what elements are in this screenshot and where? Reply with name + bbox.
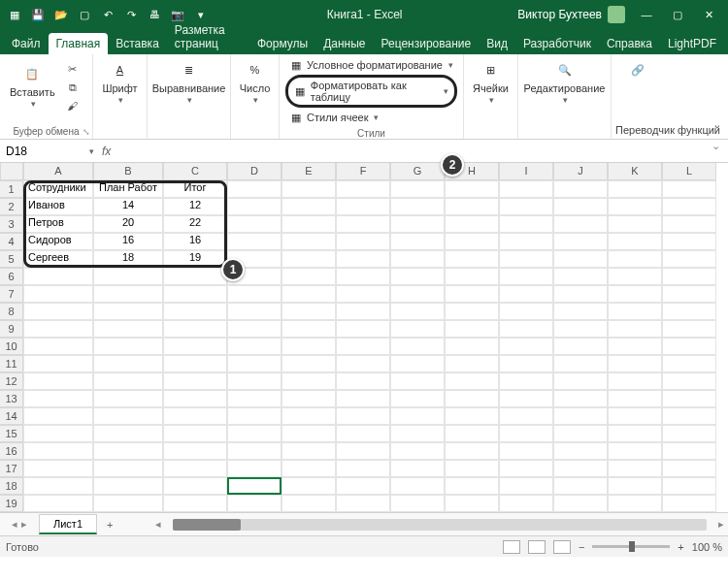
row-header[interactable]: 18 xyxy=(0,477,23,495)
cell[interactable] xyxy=(608,303,662,320)
column-header[interactable]: J xyxy=(553,163,608,180)
row-header[interactable]: 10 xyxy=(0,338,23,355)
cell[interactable] xyxy=(93,425,163,442)
cell[interactable] xyxy=(662,425,716,442)
cell[interactable] xyxy=(336,477,390,495)
cell[interactable] xyxy=(662,285,716,303)
cell[interactable] xyxy=(336,320,390,338)
print-icon[interactable]: 🖶 xyxy=(144,4,165,25)
cell[interactable] xyxy=(390,372,445,390)
cell[interactable] xyxy=(281,425,336,442)
select-all-corner[interactable] xyxy=(0,163,23,180)
cell[interactable] xyxy=(281,495,336,512)
cell[interactable] xyxy=(163,407,227,425)
cell[interactable] xyxy=(227,372,281,390)
cell[interactable] xyxy=(227,460,281,477)
cell[interactable] xyxy=(336,285,390,303)
cell[interactable] xyxy=(662,372,716,390)
cell[interactable] xyxy=(390,407,445,425)
cell[interactable] xyxy=(662,442,716,460)
cell[interactable]: Петров xyxy=(23,215,93,233)
cell[interactable] xyxy=(227,320,281,338)
worksheet-grid[interactable]: ABCDEFGHIJKL1СотрудникиПлан РаботИтог2Ив… xyxy=(0,163,728,512)
cell[interactable] xyxy=(93,268,163,285)
cell[interactable] xyxy=(608,355,662,372)
cell[interactable] xyxy=(281,215,336,233)
column-header[interactable]: B xyxy=(93,163,163,180)
cell[interactable] xyxy=(163,268,227,285)
cell[interactable] xyxy=(93,303,163,320)
cell[interactable] xyxy=(662,495,716,512)
scroll-right-icon[interactable]: ▸ xyxy=(714,518,728,531)
cell[interactable] xyxy=(445,390,499,407)
cell[interactable] xyxy=(23,477,93,495)
sheet-tab[interactable]: Лист1 xyxy=(39,514,97,534)
cell[interactable] xyxy=(608,495,662,512)
column-header[interactable]: K xyxy=(608,163,662,180)
cell[interactable] xyxy=(93,285,163,303)
conditional-formatting-button[interactable]: ▦ Условное форматирование▾ xyxy=(285,56,457,74)
cell[interactable] xyxy=(390,390,445,407)
cell[interactable] xyxy=(499,303,553,320)
undo-icon[interactable]: ↶ xyxy=(97,4,118,25)
cell[interactable]: Сотрудники xyxy=(23,180,93,198)
format-painter-icon[interactable]: 🖌 xyxy=(63,97,83,114)
collapse-ribbon-icon[interactable]: ⌄ xyxy=(711,140,720,152)
cell[interactable] xyxy=(445,495,499,512)
cell[interactable] xyxy=(281,233,336,250)
cell[interactable] xyxy=(499,372,553,390)
cell[interactable] xyxy=(93,390,163,407)
cell[interactable] xyxy=(163,460,227,477)
row-header[interactable]: 13 xyxy=(0,390,23,407)
cell[interactable] xyxy=(499,442,553,460)
cell[interactable] xyxy=(662,198,716,215)
cell[interactable] xyxy=(499,477,553,495)
cell[interactable] xyxy=(163,477,227,495)
cell[interactable] xyxy=(390,495,445,512)
cell[interactable] xyxy=(445,407,499,425)
cell[interactable] xyxy=(336,355,390,372)
cell[interactable] xyxy=(390,250,445,268)
cell[interactable]: Сидоров xyxy=(23,233,93,250)
cell[interactable] xyxy=(662,390,716,407)
cell[interactable] xyxy=(390,320,445,338)
cell[interactable] xyxy=(390,198,445,215)
cell[interactable] xyxy=(227,180,281,198)
cell[interactable] xyxy=(445,198,499,215)
redo-icon[interactable]: ↷ xyxy=(120,4,142,25)
cell[interactable] xyxy=(23,407,93,425)
cell[interactable] xyxy=(336,198,390,215)
cell[interactable] xyxy=(608,338,662,355)
tab-data[interactable]: Данные xyxy=(315,33,373,54)
cell[interactable]: Итог xyxy=(163,180,227,198)
font-button[interactable]: A Шрифт ▾ xyxy=(99,56,141,107)
editing-button[interactable]: 🔍 Редактирование ▾ xyxy=(524,56,605,107)
cell[interactable] xyxy=(445,320,499,338)
cell[interactable] xyxy=(608,215,662,233)
cell[interactable] xyxy=(227,303,281,320)
tab-layout[interactable]: Разметка страниц xyxy=(167,19,249,54)
cell[interactable] xyxy=(608,268,662,285)
cell[interactable] xyxy=(553,442,608,460)
cell[interactable] xyxy=(553,407,608,425)
zoom-slider[interactable] xyxy=(592,545,670,548)
cell[interactable] xyxy=(23,320,93,338)
cell[interactable] xyxy=(553,250,608,268)
cell[interactable] xyxy=(23,495,93,512)
cell[interactable] xyxy=(227,355,281,372)
cell[interactable] xyxy=(281,268,336,285)
cell[interactable] xyxy=(445,303,499,320)
tab-review[interactable]: Рецензирование xyxy=(374,33,480,54)
cell[interactable] xyxy=(608,390,662,407)
cell[interactable] xyxy=(553,495,608,512)
normal-view-icon[interactable] xyxy=(503,540,520,554)
tab-view[interactable]: Вид xyxy=(479,33,515,54)
maximize-button[interactable]: ▢ xyxy=(662,0,693,29)
cell[interactable] xyxy=(227,425,281,442)
cell[interactable] xyxy=(445,442,499,460)
column-header[interactable]: D xyxy=(227,163,281,180)
cell-styles-button[interactable]: ▦ Стили ячеек▾ xyxy=(285,109,457,126)
formula-bar[interactable] xyxy=(118,140,728,162)
cell[interactable] xyxy=(499,460,553,477)
cell[interactable] xyxy=(390,180,445,198)
